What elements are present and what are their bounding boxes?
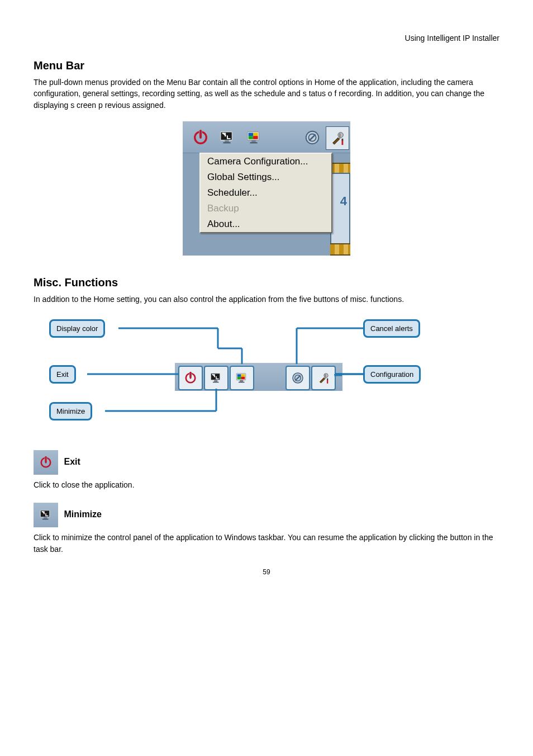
menu-bar-screenshot: 4 Camera Configuration..	[182, 121, 351, 256]
section-title: Menu Bar	[34, 59, 499, 72]
mini-toolbar	[175, 363, 342, 391]
callout-configuration: Configuration	[363, 365, 421, 384]
mini-minimize-button[interactable]	[204, 366, 229, 390]
monitor-minimize-icon[interactable]	[216, 126, 239, 149]
minimize-head-label: Minimize	[64, 510, 102, 519]
misc-functions-head: Misc. Functions	[34, 276, 499, 289]
misc-functions-lead: In addition to the Home setting, you can…	[34, 294, 499, 305]
menu-item-scheduler[interactable]: Scheduler...	[201, 185, 331, 201]
mini-color-button[interactable]	[230, 366, 254, 390]
monitor-minimize-icon	[34, 503, 58, 527]
exit-head-label: Exit	[64, 457, 80, 466]
exit-heading: Exit	[34, 450, 499, 475]
page-number: 59	[34, 568, 499, 576]
mini-exit-button[interactable]	[178, 366, 203, 390]
toolbar	[183, 121, 350, 153]
menu-item-camera-config[interactable]: Camera Configuration...	[201, 154, 331, 169]
mini-cancel-alerts-button[interactable]	[285, 366, 310, 390]
monitor-color-icon[interactable]	[243, 126, 265, 149]
context-menu: Camera Configuration... Global Settings.…	[199, 153, 332, 233]
power-icon[interactable]	[189, 126, 212, 149]
callout-color: Display color	[49, 319, 105, 338]
minimize-heading: Minimize	[34, 503, 499, 527]
power-icon	[34, 450, 58, 475]
page-header: Using Intelligent IP Installer	[34, 34, 499, 42]
tools-icon[interactable]	[326, 126, 349, 150]
mini-configuration-button[interactable]	[311, 366, 336, 390]
callout-minimize: Minimize	[49, 402, 92, 420]
intro-paragraph: The pull-down menus provided on the Menu…	[34, 77, 499, 111]
minimize-body: Click to minimize the control panel of t…	[34, 532, 499, 555]
callout-cancel-alerts: Cancel alerts	[363, 319, 420, 338]
menu-item-global-settings[interactable]: Global Settings...	[201, 169, 331, 185]
callout-diagram: Display color Exit Minimize Cancel alert…	[34, 315, 499, 438]
four-glyph: 4	[340, 194, 347, 209]
menu-item-about[interactable]: About...	[201, 216, 331, 232]
round-cancel-icon[interactable]	[301, 126, 323, 149]
menu-item-backup: Backup	[201, 201, 331, 216]
callout-exit: Exit	[49, 365, 76, 384]
exit-body: Click to close the application.	[34, 479, 499, 490]
